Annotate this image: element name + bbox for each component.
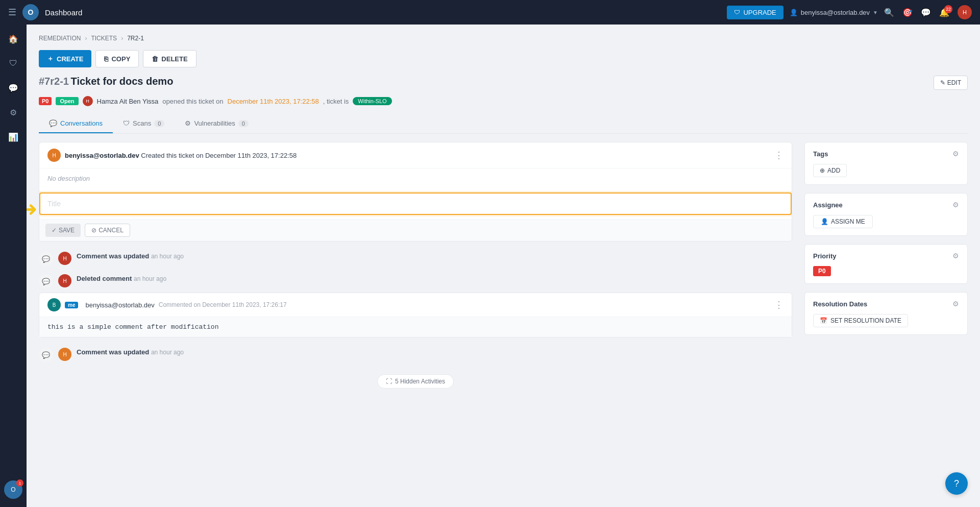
ticket-user-name: Hamza Ait Ben Yissa [97, 98, 159, 105]
opened-text: opened this ticket on [162, 98, 223, 105]
breadcrumb: REMEDIATION › TICKETS › 7R2-1 [39, 35, 968, 42]
tags-title: Tags [813, 150, 828, 158]
sidebar-bottom-logo[interactable]: O 1 [4, 480, 22, 499]
breadcrumb-tickets[interactable]: TICKETS [91, 35, 117, 42]
user-icon: 👤 [790, 9, 798, 16]
slo-badge: Within-SLO [353, 97, 391, 105]
activity-item-2: 💬 H Deleted comment an hour ago [39, 270, 792, 293]
resolution-dates-settings-icon[interactable]: ⚙ [952, 300, 959, 308]
tags-settings-icon[interactable]: ⚙ [952, 150, 959, 158]
create-icon: ＋ [47, 54, 54, 63]
save-button[interactable]: ✓ SAVE [45, 224, 81, 237]
breadcrumb-remediation[interactable]: REMEDIATION [39, 35, 81, 42]
brand-logo: O [22, 4, 39, 20]
left-sidebar: 🏠 🛡 💬 ⚙ 📊 O 1 [0, 25, 27, 507]
priority-panel: Priority ⚙ P0 [804, 244, 968, 284]
sidebar-icon-chart[interactable]: 📊 [5, 129, 21, 145]
priority-settings-icon[interactable]: ⚙ [952, 252, 959, 260]
search-icon[interactable]: 🔍 [884, 8, 894, 17]
convo-menu-icon[interactable]: ⋮ [774, 150, 783, 161]
notification-badge: 22 [944, 5, 952, 13]
priority-badge-p0: P0 [39, 97, 52, 105]
comment-body: this is a simple comment after modificat… [39, 317, 792, 337]
set-resolution-date-button[interactable]: 📅 SET RESOLUTION DATE [813, 314, 908, 327]
activity-icon-2: 💬 [39, 274, 53, 288]
sidebar-icon-home[interactable]: 🏠 [5, 31, 21, 47]
main-content: REMEDIATION › TICKETS › 7R2-1 ＋ CREATE ⎘… [27, 25, 980, 507]
assignee-settings-icon[interactable]: ⚙ [952, 201, 959, 209]
scans-count: 0 [154, 120, 164, 127]
assign-me-button[interactable]: 👤 ASSIGN ME [813, 215, 873, 228]
add-icon: ⊕ [820, 167, 825, 174]
assignee-title: Assignee [813, 201, 843, 209]
vulnerabilities-count: 0 [238, 120, 249, 127]
activity-text-3: Comment was updated an hour ago [77, 348, 184, 357]
resolution-dates-panel: Resolution Dates ⚙ 📅 SET RESOLUTION DATE [804, 292, 968, 335]
title-actions: ✓ SAVE ⊘ CANCEL [39, 219, 792, 241]
user-email: benyissa@ostorlab.dev [801, 9, 870, 16]
assign-icon: 👤 [821, 218, 828, 225]
help-button[interactable]: ? [945, 472, 968, 495]
edit-icon: ✎ [940, 79, 945, 86]
convo-card-header: H benyissa@ostorlab.dev Created this tic… [39, 142, 792, 168]
tags-add-button[interactable]: ⊕ ADD [813, 164, 847, 177]
tags-panel-header: Tags ⚙ [813, 150, 959, 158]
tags-panel: Tags ⚙ ⊕ ADD [804, 142, 968, 185]
assignee-panel: Assignee ⚙ 👤 ASSIGN ME [804, 193, 968, 236]
priority-panel-header: Priority ⚙ [813, 252, 959, 260]
sidebar-icon-settings[interactable]: ⚙ [5, 104, 21, 120]
ticket-date: December 11th 2023, 17:22:58 [228, 98, 319, 105]
title-input-wrapper [39, 192, 792, 215]
tab-vulnerabilities[interactable]: ⚙ Vulnerabilities 0 [175, 114, 259, 133]
cancel-icon: ⊘ [91, 227, 96, 234]
delete-button[interactable]: 🗑 DELETE [143, 50, 196, 67]
activity-avatar-2: H [58, 274, 71, 287]
target-icon[interactable]: 🎯 [902, 8, 913, 17]
assignee-panel-header: Assignee ⚙ [813, 201, 959, 209]
comment-action-text: Commented on December 11th 2023, 17:26:1… [159, 301, 287, 308]
resolution-dates-header: Resolution Dates ⚙ [813, 300, 959, 308]
initial-conversation-card: H benyissa@ostorlab.dev Created this tic… [39, 142, 792, 242]
hidden-activities-button[interactable]: ⛶ 5 Hidden Activities [377, 374, 454, 389]
sidebar-icon-chat[interactable]: 💬 [5, 80, 21, 96]
copy-button[interactable]: ⎘ COPY [95, 50, 139, 67]
activity-icon-3: 💬 [39, 348, 53, 362]
breadcrumb-sep-2: › [121, 35, 123, 42]
upgrade-button[interactable]: UPGRADE [727, 6, 783, 19]
ticket-id: #7r2-1 [39, 76, 69, 87]
edit-button[interactable]: ✎ EDIT [934, 76, 968, 90]
sidebar-icon-shield[interactable]: 🛡 [5, 55, 21, 71]
user-menu[interactable]: 👤 benyissa@ostorlab.dev ▼ [790, 9, 878, 16]
activity-text-2: Deleted comment an hour ago [77, 274, 166, 283]
convo-action-text: Created this ticket on December 11th 202… [141, 152, 297, 159]
tab-scans[interactable]: 🛡 Scans 0 [113, 114, 175, 133]
cancel-button[interactable]: ⊘ CANCEL [85, 224, 130, 237]
chat-icon[interactable]: 💬 [921, 8, 931, 17]
user-avatar[interactable]: H [958, 5, 972, 19]
tab-conversations[interactable]: 💬 Conversations [39, 114, 113, 133]
convo-user-text: benyissa@ostorlab.dev Created this ticke… [65, 152, 297, 159]
nav-icons: 🔍 🎯 💬 🔔 22 H [884, 5, 972, 19]
comment-user-row: B me benyissa@ostorlab.dev Commented on … [47, 298, 287, 311]
convo-card-body: No description [39, 168, 792, 188]
create-button[interactable]: ＋ CREATE [39, 50, 91, 67]
convo-user-avatar: H [47, 149, 61, 162]
hamburger-icon[interactable]: ☰ [8, 7, 16, 18]
title-input[interactable] [40, 194, 791, 214]
activity-icon-1: 💬 [39, 252, 53, 266]
activity-text-1: Comment was updated an hour ago [77, 252, 184, 261]
comment-menu-icon[interactable]: ⋮ [774, 299, 783, 310]
expand-icon: ⛶ [386, 378, 392, 385]
comment-header: B me benyissa@ostorlab.dev Commented on … [39, 293, 792, 317]
comment-avatar: B [47, 298, 61, 311]
yellow-arrow-indicator: ➜ [27, 197, 38, 221]
activity-avatar-1: H [58, 252, 71, 265]
action-buttons: ＋ CREATE ⎘ COPY 🗑 DELETE [39, 50, 968, 67]
check-icon: ✓ [52, 227, 57, 234]
app-title: Dashboard [45, 8, 721, 17]
notifications-icon[interactable]: 🔔 22 [939, 8, 949, 17]
ticket-is-text: , ticket is [323, 98, 349, 105]
copy-icon: ⎘ [104, 55, 108, 63]
convo-user-row: H benyissa@ostorlab.dev Created this tic… [47, 149, 297, 162]
comment-me-badge: me [65, 302, 78, 308]
